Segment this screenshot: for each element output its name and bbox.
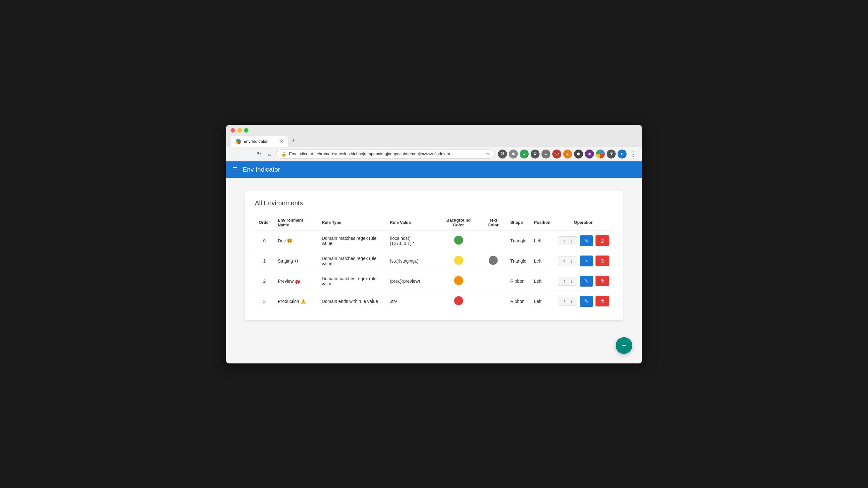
tab-favicon-icon bbox=[236, 139, 241, 144]
lock-icon: 🔒 bbox=[281, 151, 286, 156]
edit-button[interactable]: ✎ bbox=[580, 276, 593, 287]
sort-buttons: ↑ ↓ bbox=[558, 236, 577, 245]
extension-icon-1[interactable]: 26 bbox=[498, 149, 507, 159]
extension-icon-6[interactable]: 🛡 bbox=[552, 149, 561, 159]
app-content: All Environments Order Environment Name … bbox=[226, 178, 642, 364]
hamburger-menu-icon[interactable]: ☰ bbox=[232, 166, 238, 173]
cell-bg-color bbox=[437, 291, 480, 311]
bg-color-dot bbox=[454, 276, 463, 285]
sort-buttons: ↑ ↓ bbox=[558, 297, 577, 306]
extension-icon-8[interactable]: ◉ bbox=[574, 149, 583, 159]
table-row: 1 Staging 👀 Domain matches regex rule va… bbox=[255, 251, 613, 271]
delete-button[interactable]: 🗑 bbox=[595, 276, 609, 286]
text-color-dot bbox=[489, 256, 498, 265]
cell-order: 3 bbox=[255, 291, 274, 311]
active-tab[interactable]: Env Indicator × bbox=[230, 136, 288, 147]
address-bar[interactable]: 🔒 Env Indicator | chrome-extension://lcb… bbox=[276, 149, 495, 159]
delete-button[interactable]: 🗑 bbox=[595, 235, 609, 246]
cell-order: 2 bbox=[255, 271, 274, 291]
cell-operations: ↑ ↓ ✎ 🗑 bbox=[554, 291, 613, 311]
browser-titlebar: Env Indicator × + bbox=[226, 125, 642, 147]
cell-text-color bbox=[480, 271, 506, 291]
sort-buttons: ↑ ↓ bbox=[558, 257, 577, 265]
bg-color-dot bbox=[454, 256, 463, 265]
extension-icon-5[interactable]: ▲ bbox=[541, 149, 550, 159]
col-order: Order bbox=[255, 214, 274, 231]
home-button[interactable]: ⌂ bbox=[266, 150, 273, 157]
reload-button[interactable]: ↻ bbox=[255, 150, 263, 157]
bg-color-dot bbox=[454, 236, 463, 245]
cell-position: Left bbox=[530, 251, 554, 271]
cell-shape: Triangle bbox=[506, 231, 530, 251]
col-rule-type: Rule Type bbox=[318, 214, 386, 231]
browser-window: Env Indicator × + ← → ↻ ⌂ 🔒 Env Indicato… bbox=[226, 125, 642, 364]
delete-button[interactable]: 🗑 bbox=[595, 256, 609, 266]
col-env-name: Environment Name bbox=[274, 214, 318, 231]
new-tab-button[interactable]: + bbox=[289, 135, 298, 147]
back-button[interactable]: ← bbox=[230, 150, 240, 157]
cell-rule-value: (st\.)(staging\.) bbox=[386, 251, 437, 271]
move-down-button[interactable]: ↓ bbox=[569, 278, 574, 284]
col-rule-value: Rule Value bbox=[386, 214, 437, 231]
cell-rule-value: (localhost)|(127.0.0.1).* bbox=[386, 231, 437, 251]
cell-rule-type: Domain matches regex rule value bbox=[318, 251, 386, 271]
move-up-button[interactable]: ↑ bbox=[562, 278, 567, 284]
move-down-button[interactable]: ↓ bbox=[569, 258, 574, 264]
bookmark-icon[interactable]: ☆ bbox=[486, 151, 490, 156]
cell-order: 0 bbox=[255, 231, 274, 251]
cell-rule-type: Domain matches regex rule value bbox=[318, 271, 386, 291]
cell-order: 1 bbox=[255, 251, 274, 271]
move-up-button[interactable]: ↑ bbox=[562, 238, 567, 244]
add-environment-button[interactable]: + bbox=[616, 337, 632, 354]
extension-icon-chrome[interactable] bbox=[596, 149, 605, 159]
cell-text-color bbox=[480, 251, 506, 271]
cell-rule-value: .srv bbox=[386, 291, 437, 311]
close-traffic-light[interactable] bbox=[230, 128, 235, 133]
edit-button[interactable]: ✎ bbox=[580, 256, 593, 266]
app-header-title: Env Indicator bbox=[243, 166, 280, 173]
delete-button[interactable]: 🗑 bbox=[595, 296, 609, 307]
col-bg-color: Background Color bbox=[437, 214, 480, 231]
cell-position: Left bbox=[530, 231, 554, 251]
sort-buttons: ↑ ↓ bbox=[558, 277, 577, 286]
app-header: ☰ Env Indicator bbox=[226, 162, 642, 178]
col-shape: Shape bbox=[506, 214, 530, 231]
cell-position: Left bbox=[530, 271, 554, 291]
forward-button[interactable]: → bbox=[243, 150, 252, 157]
table-body: 0 Dev 🤩 Domain matches regex rule value … bbox=[255, 231, 613, 311]
cell-operations: ↑ ↓ ✎ 🗑 bbox=[554, 251, 613, 271]
extension-icon-2[interactable]: ✉ bbox=[509, 149, 518, 159]
extension-icon-7[interactable]: ● bbox=[563, 149, 572, 159]
move-down-button[interactable]: ↓ bbox=[569, 238, 574, 244]
cell-operations: ↑ ↓ ✎ 🗑 bbox=[554, 231, 613, 251]
cell-operations: ↑ ↓ ✎ 🗑 bbox=[554, 271, 613, 291]
extension-icon-4[interactable]: ⚙ bbox=[531, 149, 539, 159]
cell-rule-type: Domain matches regex rule value bbox=[318, 231, 386, 251]
extensions-button[interactable]: ⧩ bbox=[607, 149, 616, 159]
move-down-button[interactable]: ↓ bbox=[569, 298, 574, 304]
table-row: 0 Dev 🤩 Domain matches regex rule value … bbox=[255, 231, 613, 251]
toolbar-icons: 26 ✉ ● ⚙ ▲ 🛡 ● ◉ ◆ ⧩ P ⋮ bbox=[498, 149, 638, 159]
profile-icon[interactable]: P bbox=[618, 149, 626, 159]
cell-bg-color bbox=[437, 271, 480, 291]
edit-button[interactable]: ✎ bbox=[580, 235, 593, 246]
cell-env-name: Dev 🤩 bbox=[274, 231, 318, 251]
col-operation: Operation bbox=[554, 214, 613, 231]
move-up-button[interactable]: ↑ bbox=[562, 298, 567, 304]
table-row: 3 Production ⚠️ Domain ends with rule va… bbox=[255, 291, 613, 311]
address-text: Env Indicator | chrome-extension://lcbbn… bbox=[289, 151, 484, 156]
move-up-button[interactable]: ↑ bbox=[562, 258, 567, 264]
cell-text-color bbox=[480, 231, 506, 251]
col-text-color: Text Color bbox=[480, 214, 506, 231]
extension-icon-9[interactable]: ◆ bbox=[585, 149, 594, 159]
edit-button[interactable]: ✎ bbox=[580, 296, 593, 307]
cell-text-color bbox=[480, 291, 506, 311]
fullscreen-traffic-light[interactable] bbox=[244, 128, 248, 133]
extension-icon-3[interactable]: ● bbox=[520, 149, 529, 159]
minimize-traffic-light[interactable] bbox=[237, 128, 242, 133]
cell-position: Left bbox=[530, 291, 554, 311]
tab-close-icon[interactable]: × bbox=[280, 139, 283, 144]
cell-env-name: Staging 👀 bbox=[274, 251, 318, 271]
menu-dots-icon[interactable]: ⋮ bbox=[628, 149, 638, 159]
browser-toolbar: ← → ↻ ⌂ 🔒 Env Indicator | chrome-extensi… bbox=[226, 147, 642, 162]
